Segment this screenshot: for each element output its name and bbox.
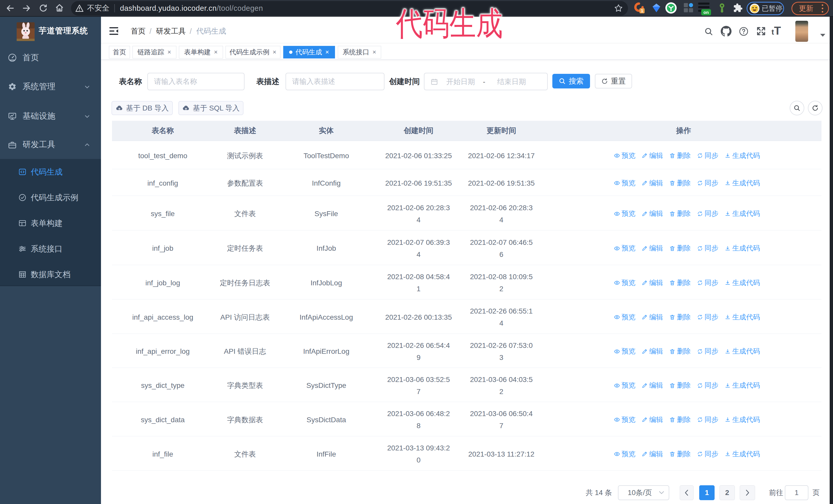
svg-text:on: on bbox=[704, 10, 709, 15]
svg-text:1: 1 bbox=[641, 8, 643, 13]
